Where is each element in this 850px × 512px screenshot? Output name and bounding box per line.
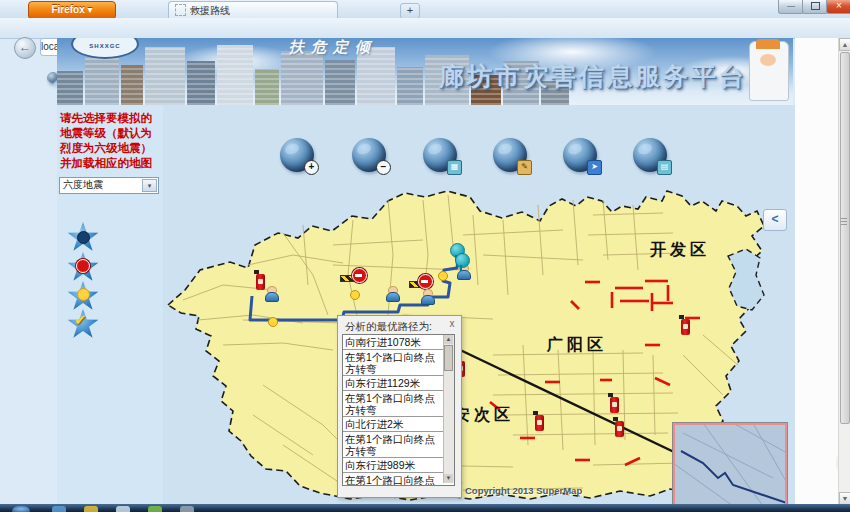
window-restore-button[interactable] (802, 0, 828, 14)
district-label-anciqu: 安次区 (454, 405, 514, 426)
rescue-worker-marker (264, 286, 278, 301)
browser-navbar: ← localhost/ds-web/rescueroad.html ☆ ▾ ↻… (0, 18, 850, 39)
route-step-list[interactable]: 向南行进1078米 在第1个路口向终点方转弯 向东行进1129米 在第1个路口向… (342, 334, 455, 486)
browser-window: Firefox ▾ 救援路线 + — × ← localhost/ds-web/… (0, 0, 850, 512)
left-sidebar: 请先选择要模拟的地震等级（默认为烈度为六级地震）并加载相应的地图 六度地震 ▾ … (57, 105, 164, 505)
mascot-graphic (749, 41, 789, 101)
overview-map[interactable] (672, 422, 788, 505)
select-tool[interactable]: ➤ (563, 138, 597, 172)
route-list-scrollbar[interactable]: ▲ ▼ (443, 335, 454, 483)
right-panel-area (795, 38, 838, 505)
scroll-up-icon[interactable]: ▲ (444, 335, 453, 344)
district-label-guangyangqu: 广阳区 (547, 335, 607, 356)
taskbar-app-icon[interactable] (116, 506, 130, 512)
scrollbar-grip-icon (841, 218, 847, 219)
new-tab-button[interactable]: + (400, 3, 420, 19)
browser-titlebar: Firefox ▾ 救援路线 + — × (0, 0, 850, 18)
supply-point-marker (268, 317, 278, 327)
scrollbar-up-icon[interactable]: ▲ (839, 38, 850, 51)
route-step: 在第1个路口向终点方转弯 (343, 350, 443, 376)
select-icon: ➤ (587, 160, 602, 175)
supply-point-marker (350, 290, 360, 300)
rescue-worker-marker (420, 289, 434, 304)
route-step: 向北行进2米 (343, 417, 443, 432)
taskbar-app-icon[interactable] (52, 506, 66, 512)
route-step: 在第1个路口向终点方转弯 (343, 432, 443, 458)
scroll-down-icon[interactable]: ▼ (444, 474, 453, 483)
zoom-in-icon: + (304, 160, 319, 175)
route-step: 在第1个路口向终点方转弯 (343, 473, 443, 486)
quake-level-select[interactable]: 六度地震 ▾ (59, 177, 159, 194)
page-scrollbar[interactable]: ▲ ▼ (838, 38, 850, 505)
rescue-worker-marker (385, 286, 399, 301)
route-result-panel: 分析的最优路径为: x 向南行进1078米 在第1个路口向终点方转弯 向东行进1… (337, 315, 462, 498)
panel-collapse-button[interactable]: < (763, 209, 787, 231)
tab-title: 救援路线 (190, 5, 230, 16)
route-panel-title: 分析的最优路径为: (345, 320, 432, 334)
firefox-menu-button[interactable]: Firefox ▾ (28, 1, 116, 19)
taskbar-app-icon[interactable] (148, 506, 162, 512)
select-arrow-icon[interactable]: ▾ (142, 179, 157, 192)
start-orb-icon[interactable] (12, 506, 30, 512)
measure-icon: ✎ (517, 160, 532, 175)
fire-extinguisher-marker (681, 319, 690, 335)
full-extent-icon: ▦ (447, 160, 462, 175)
close-icon[interactable]: x (447, 318, 457, 329)
route-step: 向东行进989米 (343, 458, 443, 473)
no-entry-sign-marker (418, 274, 433, 289)
no-entry-sign-marker (352, 268, 367, 283)
check-badge-icon: ✔ (74, 311, 87, 329)
district-label-kaifaqu: 开发区 (650, 240, 710, 261)
route-step: 向东行进1129米 (343, 376, 443, 391)
route-step: 向南行进1078米 (343, 335, 443, 350)
tab-rescue-route[interactable]: 救援路线 (168, 1, 338, 19)
full-extent-tool[interactable]: ▦ (423, 138, 457, 172)
window-minimize-button[interactable]: — (778, 0, 804, 14)
map-canvas[interactable]: + − ▦ ✎ ➤ ▤ 开发区 广阳区 安次区 分析的最优路径为: x (163, 105, 795, 505)
tab-favicon (175, 4, 186, 16)
bulb-badge-icon (77, 288, 90, 301)
banner-slogan: 扶危定倾 (289, 38, 377, 57)
scroll-thumb[interactable] (444, 345, 453, 371)
output-tool[interactable]: ▤ (633, 138, 667, 172)
windows-taskbar[interactable] (0, 504, 850, 512)
instruction-text: 请先选择要模拟的地震等级（默认为烈度为六级地震）并加载相应的地图 (60, 111, 160, 171)
scrollbar-thumb[interactable] (840, 52, 850, 424)
quake-level-value: 六度地震 (63, 179, 103, 190)
zoom-out-tool[interactable]: − (352, 138, 386, 172)
taskbar-app-icon[interactable] (84, 506, 98, 512)
stop-sign-badge-icon (76, 259, 90, 273)
route-step: 在第1个路口向终点方转弯 (343, 391, 443, 417)
copyright-text: Copyright 2013 SuperMap (465, 485, 582, 496)
supply-point-marker (438, 271, 448, 281)
fire-extinguisher-marker (535, 415, 544, 431)
output-icon: ▤ (657, 160, 672, 175)
zoom-in-tool[interactable]: + (280, 138, 314, 172)
destination-pin-marker (455, 253, 470, 268)
site-title: 廊坊市灾害信息服务平台 (439, 60, 747, 93)
back-button[interactable]: ← (14, 37, 36, 59)
measure-tool[interactable]: ✎ (493, 138, 527, 172)
restore-icon (811, 2, 820, 10)
window-close-button[interactable]: × (826, 0, 850, 14)
site-banner: SHXXGC 扶危定倾 廊坊市灾害信息服务平台 (57, 38, 793, 105)
zoom-out-icon: − (376, 160, 391, 175)
fire-extinguisher-marker (610, 397, 619, 413)
taskbar-app-icon[interactable] (180, 506, 194, 512)
locate-badge-icon (77, 231, 90, 244)
fire-extinguisher-marker (615, 421, 624, 437)
